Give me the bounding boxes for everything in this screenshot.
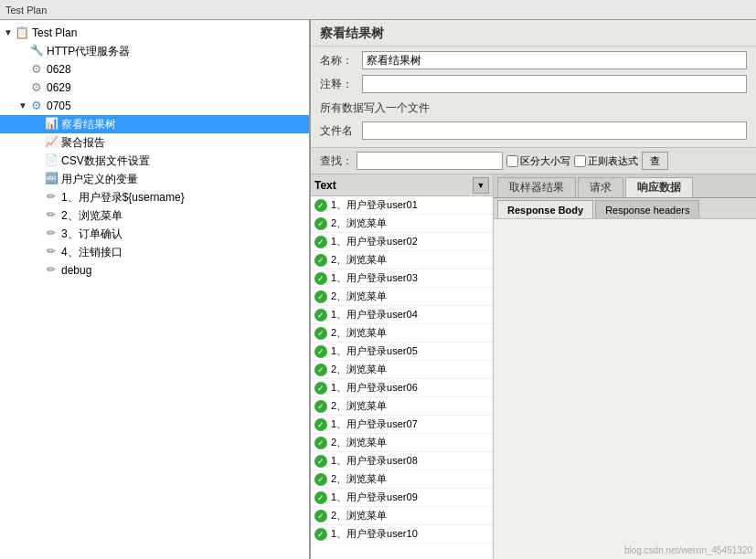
result-item-label: 2、浏览菜单	[331, 472, 387, 486]
result-status-icon: ✓	[314, 236, 327, 248]
tree-toggle-browse[interactable]	[31, 209, 44, 222]
result-item[interactable]: ✓1、用户登录user07	[311, 416, 493, 434]
result-item[interactable]: ✓2、浏览菜单	[311, 470, 493, 489]
tree-item-browse[interactable]: ✏2、浏览菜单	[0, 206, 309, 225]
csv-icon: 📄	[44, 153, 59, 168]
result-item[interactable]: ✓2、浏览菜单	[311, 397, 493, 416]
result-item-label: 2、浏览菜单	[331, 436, 387, 449]
tree-toggle-aggregate[interactable]	[31, 136, 44, 149]
tree-label-login: 1、用户登录${username}	[61, 190, 185, 206]
detail-tabs: 取样器结果请求响应数据	[494, 174, 756, 198]
tree-label-0705: 0705	[47, 100, 71, 112]
tab-sampler-result[interactable]: 取样器结果	[497, 177, 576, 197]
result-status-icon: ✓	[314, 327, 327, 340]
result-status-icon: ✓	[314, 345, 327, 358]
case-checkbox-container: 区分大小写	[506, 154, 570, 168]
tree-toggle-0705[interactable]: ▼	[16, 100, 29, 112]
tree-toggle-0628[interactable]	[16, 63, 29, 76]
result-status-icon: ✓	[314, 418, 327, 431]
tree-label-debug: debug	[61, 264, 91, 277]
search-label: 查找：	[320, 153, 353, 169]
file-input[interactable]	[362, 121, 747, 140]
result-item-label: 1、用户登录user05	[331, 344, 418, 358]
result-item[interactable]: ✓2、浏览菜单	[311, 324, 493, 343]
plan-icon: 📋	[15, 26, 29, 40]
subtab-response-headers[interactable]: Response headers	[595, 200, 699, 218]
tree-item-debug[interactable]: ✏debug	[0, 261, 309, 280]
tree-item-test-plan[interactable]: ▼📋Test Plan	[0, 24, 309, 42]
gear-icon: ⚙	[29, 80, 44, 95]
tree-label-order: 3、订单确认	[61, 227, 122, 242]
search-input[interactable]	[357, 152, 503, 170]
tree-item-0705[interactable]: ▼⚙0705	[0, 97, 309, 115]
tree-toggle-cancel[interactable]	[31, 246, 44, 258]
result-item-label: 1、用户登录user06	[331, 381, 418, 395]
comment-label: 注释：	[320, 77, 357, 92]
tree-toggle-test-plan[interactable]: ▼	[2, 26, 15, 39]
tree-label-0628: 0628	[47, 63, 71, 76]
tree-toggle-http-proxy[interactable]	[16, 45, 29, 58]
tree-label-test-plan: Test Plan	[32, 26, 77, 39]
user-icon: ✏	[44, 190, 59, 205]
regex-checkbox[interactable]	[574, 155, 586, 167]
main-area: ▼📋Test Plan🔧HTTP代理服务器⚙0628⚙0629▼⚙0705📊察看…	[0, 20, 756, 559]
result-item[interactable]: ✓2、浏览菜单	[311, 251, 493, 269]
results-area: Text ▼ ✓1、用户登录user01✓2、浏览菜单✓1、用户登录user02…	[311, 174, 756, 559]
results-header-text: Text	[314, 179, 336, 192]
tree-toggle-user-var[interactable]	[31, 173, 44, 185]
case-checkbox[interactable]	[506, 155, 518, 167]
result-item[interactable]: ✓1、用户登录user04	[311, 306, 493, 324]
result-item[interactable]: ✓1、用户登录user01	[311, 196, 493, 215]
result-item-label: 2、浏览菜单	[331, 363, 387, 376]
result-item[interactable]: ✓2、浏览菜单	[311, 215, 493, 233]
name-input[interactable]	[362, 51, 747, 69]
tree-item-0629[interactable]: ⚙0629	[0, 79, 309, 97]
result-status-icon: ✓	[314, 491, 327, 504]
tree-toggle-view-results[interactable]	[31, 118, 44, 131]
subtab-response-body[interactable]: Response Body	[497, 200, 593, 218]
result-item[interactable]: ✓1、用户登录user06	[311, 379, 493, 397]
tree-toggle-debug[interactable]	[31, 264, 44, 277]
tree-item-user-var[interactable]: 🔤用户定义的变量	[0, 170, 309, 188]
result-item[interactable]: ✓1、用户登录user02	[311, 233, 493, 251]
tree-toggle-order[interactable]	[31, 227, 44, 240]
result-item[interactable]: ✓1、用户登录user10	[311, 525, 493, 543]
tree-label-browse: 2、浏览菜单	[61, 208, 122, 224]
tree-item-csv-config[interactable]: 📄CSV数据文件设置	[0, 152, 309, 170]
comment-input[interactable]	[362, 75, 747, 93]
result-item[interactable]: ✓1、用户登录user09	[311, 489, 493, 507]
tree-item-cancel[interactable]: ✏4、注销接口	[0, 243, 309, 261]
tree-item-0628[interactable]: ⚙0628	[0, 60, 309, 79]
tree-item-aggregate[interactable]: 📈聚合报告	[0, 133, 309, 152]
tree-item-view-results[interactable]: 📊察看结果树	[0, 115, 309, 133]
tab-request[interactable]: 请求	[578, 177, 623, 197]
result-status-icon: ✓	[314, 199, 327, 212]
tab-response-data[interactable]: 响应数据	[625, 177, 693, 197]
result-item[interactable]: ✓1、用户登录user08	[311, 452, 493, 470]
result-item-label: 1、用户登录user03	[331, 271, 418, 285]
tree-label-view-results: 察看结果树	[61, 117, 116, 132]
result-item[interactable]: ✓1、用户登录user03	[311, 269, 493, 288]
result-item[interactable]: ✓2、浏览菜单	[311, 288, 493, 306]
tree-label-http-proxy: HTTP代理服务器	[47, 44, 130, 59]
search-button[interactable]: 查	[642, 152, 668, 170]
tree-item-order[interactable]: ✏3、订单确认	[0, 225, 309, 243]
tree-toggle-csv-config[interactable]	[31, 154, 44, 167]
result-item[interactable]: ✓1、用户登录user05	[311, 343, 493, 361]
result-item-label: 2、浏览菜单	[331, 216, 387, 230]
result-item-label: 2、浏览菜单	[331, 326, 387, 340]
right-panel: 察看结果树 名称： 注释： 所有数据写入一个文件 文件名 查找：	[311, 20, 756, 559]
gear-icon: ⚙	[29, 62, 44, 77]
result-status-icon: ✓	[314, 528, 327, 541]
result-item[interactable]: ✓2、浏览菜单	[311, 361, 493, 379]
results-dropdown-button[interactable]: ▼	[473, 177, 489, 194]
result-status-icon: ✓	[314, 400, 327, 413]
result-item[interactable]: ✓2、浏览菜单	[311, 507, 493, 525]
title-label: Test Plan	[5, 5, 47, 16]
tree-item-login[interactable]: ✏1、用户登录${username}	[0, 188, 309, 206]
tree-toggle-0629[interactable]	[16, 81, 29, 94]
tree-item-http-proxy[interactable]: 🔧HTTP代理服务器	[0, 42, 309, 60]
result-item[interactable]: ✓2、浏览菜单	[311, 434, 493, 452]
tree-toggle-login[interactable]	[31, 191, 44, 204]
aggregate-icon: 📈	[44, 135, 59, 150]
